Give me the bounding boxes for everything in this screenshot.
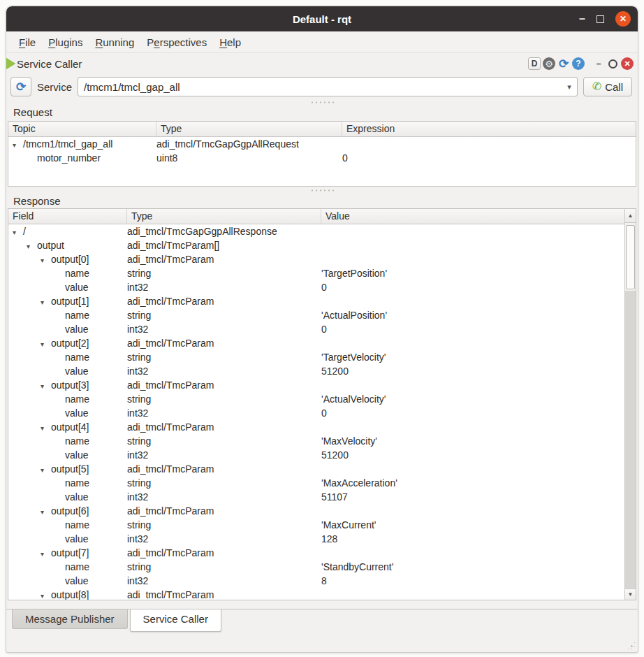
field-name: output[8] <box>51 589 89 600</box>
tree-expander-icon[interactable]: ▾ <box>41 382 51 390</box>
field-type: string <box>127 477 321 489</box>
table-row[interactable]: ▾/adi_tmcl/TmcGapGgpAllResponse <box>8 224 624 238</box>
service-combobox[interactable]: /tmcm1/tmcl_gap_all ▾ <box>78 77 578 96</box>
field-name: name <box>65 519 89 530</box>
table-row[interactable]: ▾output[1]adi_tmcl/TmcParam <box>8 294 624 308</box>
column-header-type[interactable]: Type <box>127 209 321 224</box>
table-row[interactable]: namestring'TargetPosition' <box>8 266 624 280</box>
panel-float-button[interactable] <box>608 59 617 68</box>
menu-item-plugins[interactable]: Plugins <box>43 34 88 51</box>
scrollbar-up-icon[interactable]: ▲ <box>625 209 636 223</box>
table-row[interactable]: ▾output[0]adi_tmcl/TmcParam <box>8 252 624 266</box>
table-row[interactable]: ▾/tmcm1/tmcl_gap_alladi_tmcl/TmcGapGgpAl… <box>8 137 636 151</box>
menu-item-running[interactable]: Running <box>89 34 140 51</box>
table-row[interactable]: ▾output[8]adi_tmcl/TmcParam <box>8 588 624 600</box>
tree-expander-icon[interactable]: ▾ <box>41 466 51 474</box>
table-row[interactable]: ▾output[4]adi_tmcl/TmcParam <box>8 420 624 434</box>
table-row[interactable]: ▾output[7]adi_tmcl/TmcParam <box>8 546 624 560</box>
field-name: value <box>65 449 88 461</box>
tree-expander-icon[interactable]: ▾ <box>41 592 51 600</box>
field-type: adi_tmcl/TmcGapGgpAllResponse <box>127 226 321 237</box>
field-name: output[7] <box>51 547 89 558</box>
table-row[interactable]: valueint32128 <box>8 532 624 546</box>
table-row[interactable]: ▾outputadi_tmcl/TmcParam[] <box>8 238 624 252</box>
splitter-handle-top[interactable] <box>6 99 638 105</box>
table-row[interactable]: namestring'ActualVelocity' <box>8 392 624 406</box>
column-header-topic[interactable]: Topic <box>8 122 156 136</box>
window-close-button[interactable]: ✕ <box>615 11 631 27</box>
table-row[interactable]: namestring'MaxCurrent' <box>8 518 624 532</box>
tree-expander-icon[interactable]: ▾ <box>41 257 51 264</box>
request-table-header[interactable]: Topic Type Expression <box>8 122 636 137</box>
phone-icon: ✆ <box>592 81 601 92</box>
tree-expander-icon[interactable]: ▾ <box>41 340 51 348</box>
table-row[interactable]: ▾output[3]adi_tmcl/TmcParam <box>8 378 624 392</box>
table-row[interactable]: ▾output[5]adi_tmcl/TmcParam <box>8 462 624 476</box>
call-button[interactable]: ✆ Call <box>583 77 632 96</box>
menu-item-file[interactable]: File <box>13 34 41 51</box>
splitter-handle-middle[interactable] <box>6 187 638 194</box>
window-maximize-button[interactable] <box>597 15 604 23</box>
vertical-scrollbar[interactable]: ▲ ▼ <box>624 209 636 600</box>
reload-plugin-icon[interactable]: ⟳ <box>557 57 570 70</box>
panel-minimize-button[interactable]: – <box>592 57 605 70</box>
table-row[interactable]: valueint320 <box>8 406 624 420</box>
tab-message-publisher[interactable]: Message Publisher <box>12 609 128 629</box>
table-row[interactable]: valueint320 <box>8 280 624 294</box>
column-header-type[interactable]: Type <box>156 122 342 136</box>
resize-grip[interactable] <box>627 641 635 649</box>
tab-service-caller[interactable]: Service Caller <box>130 609 221 632</box>
tree-expander-icon[interactable]: ▾ <box>41 424 51 432</box>
table-row[interactable]: valueint3251107 <box>8 490 624 504</box>
column-header-field[interactable]: Field <box>8 209 127 224</box>
scrollbar-thumb[interactable] <box>626 225 635 289</box>
dock-button[interactable]: D <box>528 57 541 70</box>
tree-expander-icon[interactable]: ▾ <box>41 550 51 558</box>
rqt-window: Default - rqt – ✕ FilePluginsRunningPers… <box>6 6 638 653</box>
window-minimize-button[interactable]: – <box>579 15 585 22</box>
scrollbar-down-icon[interactable]: ▼ <box>625 589 636 600</box>
menu-item-perspectives[interactable]: Perspectives <box>141 34 212 51</box>
field-value: 'MaxCurrent' <box>321 519 624 530</box>
column-header-expression[interactable]: Expression <box>342 122 636 136</box>
table-row[interactable]: namestring'ActualPosition' <box>8 308 624 322</box>
tree-expander-icon[interactable]: ▾ <box>41 508 51 516</box>
tree-expander-icon[interactable]: ▾ <box>13 229 23 236</box>
table-row[interactable]: namestring'MaxVelocity' <box>8 434 624 448</box>
table-row[interactable]: ▾output[6]adi_tmcl/TmcParam <box>8 504 624 518</box>
table-row[interactable]: valueint3251200 <box>8 364 624 378</box>
column-header-value[interactable]: Value <box>321 209 624 224</box>
table-row[interactable]: valueint328 <box>8 574 624 588</box>
field-name: /tmcm1/tmcl_gap_all <box>23 138 112 150</box>
panel-close-button[interactable]: ✕ <box>621 57 634 70</box>
table-row[interactable]: valueint320 <box>8 322 624 336</box>
field-name: name <box>65 394 89 405</box>
tree-expander-icon[interactable]: ▾ <box>41 298 51 306</box>
response-table-header[interactable]: Field Type Value <box>8 209 636 224</box>
field-value: 'TargetPosition' <box>321 268 624 279</box>
field-value: 0 <box>342 152 636 164</box>
field-value: 51107 <box>321 491 624 503</box>
settings-gear-icon[interactable]: ⚙ <box>543 57 555 70</box>
field-value: 'MaxAcceleration' <box>321 477 624 489</box>
table-row[interactable]: motor_numberuint80 <box>8 151 636 165</box>
table-row[interactable]: namestring'TargetVelocity' <box>8 350 624 364</box>
field-name: value <box>65 282 88 293</box>
table-row[interactable]: namestring'StandbyCurrent' <box>8 560 624 574</box>
table-row[interactable]: ▾output[2]adi_tmcl/TmcParam <box>8 336 624 350</box>
refresh-icon: ⟳ <box>16 80 26 94</box>
help-icon[interactable]: ? <box>572 57 585 70</box>
tree-expander-icon[interactable]: ▾ <box>27 243 37 250</box>
tree-expander-icon[interactable]: ▾ <box>13 141 23 149</box>
request-table: Topic Type Expression ▾/tmcm1/tmcl_gap_a… <box>8 121 636 187</box>
menu-item-help[interactable]: Help <box>214 34 247 51</box>
panel-header: Service Caller D ⚙ ⟳ ? – ✕ <box>6 53 638 74</box>
field-type: uint8 <box>156 152 342 164</box>
scrollbar-track[interactable] <box>625 291 636 589</box>
window-titlebar[interactable]: Default - rqt – ✕ <box>6 6 638 31</box>
table-row[interactable]: valueint3251200 <box>8 448 624 462</box>
refresh-services-button[interactable]: ⟳ <box>10 77 31 96</box>
service-label: Service <box>37 81 72 93</box>
table-row[interactable]: namestring'MaxAcceleration' <box>8 476 624 490</box>
field-type: adi_tmcl/TmcParam <box>127 505 321 517</box>
